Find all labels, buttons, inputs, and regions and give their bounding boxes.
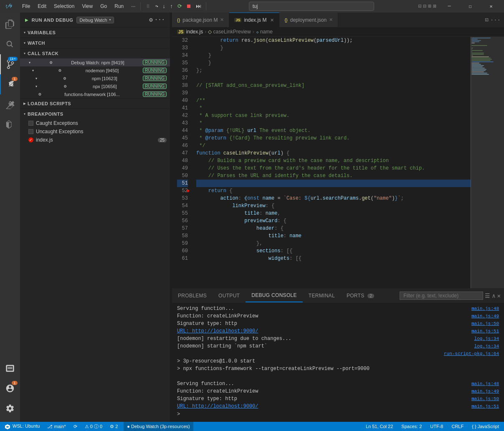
breakpoints-header[interactable]: ▾ BREAKPOINTS	[20, 109, 170, 119]
variables-header[interactable]: ▾ VARIABLES	[20, 28, 170, 38]
console-source-14[interactable]: main.js:51	[471, 404, 499, 409]
console-source-4[interactable]: main.js:51	[471, 329, 499, 334]
loaded-scripts-header[interactable]: ▶ LOADED SCRIPTS	[20, 99, 170, 109]
code-editor[interactable]: 32 33 34 35 36 37 38 39 40 41 42 43 44 4…	[172, 37, 504, 288]
activity-remote[interactable]	[0, 358, 20, 378]
status-spaces[interactable]: Spaces: 2	[400, 424, 423, 429]
debug-restart[interactable]: ⟳	[176, 2, 183, 10]
breadcrumb-var[interactable]: ⬦ name	[256, 29, 273, 35]
console-source-13[interactable]: main.js:50	[471, 396, 499, 401]
maximize-button[interactable]: ☐	[461, 0, 480, 13]
debug-step-into[interactable]: ↓	[161, 3, 167, 10]
menu-view[interactable]: View	[79, 2, 96, 11]
filter-list-icon[interactable]: ☰	[485, 292, 490, 299]
activity-account[interactable]: 1	[0, 378, 20, 398]
debug-console-filter[interactable]	[400, 292, 483, 300]
status-language[interactable]: { } JavaScript	[470, 424, 501, 429]
console-source-5[interactable]: log.js:34	[474, 336, 499, 341]
console-source-7[interactable]: run-script-pkg.js:64	[444, 351, 499, 356]
console-text-14[interactable]: URL: http://localhost:9000/	[177, 403, 258, 409]
console-source-3[interactable]: main.js:50	[471, 321, 499, 326]
split-editor-icon[interactable]: ⊡	[485, 16, 488, 23]
layout-btn-4[interactable]: ⊠	[433, 3, 436, 10]
watch-header[interactable]: ▾ WATCH	[20, 38, 170, 48]
tab-ports[interactable]: PORTS 2	[341, 289, 380, 302]
ports-badge: 2	[367, 294, 374, 298]
status-branch[interactable]: ⎇ main*	[46, 424, 67, 429]
tab-output[interactable]: OUTPUT	[213, 289, 246, 302]
breadcrumb-file[interactable]: JS index.js	[177, 29, 203, 35]
caught-checkbox[interactable]	[28, 121, 33, 126]
uncaught-checkbox[interactable]	[28, 129, 33, 134]
tab-package-json[interactable]: {} package.json M ✕	[172, 13, 229, 27]
tab-debug-console[interactable]: DEBUG CONSOLE	[246, 289, 303, 302]
tab-deployment[interactable]: {} deployment.json ✕	[279, 13, 338, 27]
breakpoint-caught[interactable]: Caught Exceptions	[20, 119, 170, 127]
menu-more[interactable]: ···	[128, 2, 139, 11]
breadcrumb-sep-1: ›	[205, 29, 206, 35]
activity-source-control[interactable]: 1k+	[0, 54, 20, 74]
callstack-item-nodemon[interactable]: ▾ ⚙ nodemon [9450] RUNNING	[20, 66, 170, 74]
activity-testing[interactable]	[0, 114, 20, 134]
add-config-icon[interactable]: ⚙	[149, 16, 152, 23]
breakpoint-uncaught[interactable]: Uncaught Exceptions	[20, 127, 170, 136]
minimize-button[interactable]: ─	[440, 0, 459, 13]
debug-step-out[interactable]: ↑	[169, 3, 175, 10]
more-tabs-icon[interactable]: ···	[490, 17, 501, 23]
console-output[interactable]: Serving function... main.js:48 Function:…	[172, 303, 504, 422]
status-errors[interactable]: ⚠ 0 ⓘ 0	[83, 423, 104, 430]
tab-close-package[interactable]: ✕	[220, 17, 224, 23]
tab-problems[interactable]: PROBLEMS	[172, 289, 213, 302]
breakpoint-index-js[interactable]: ✓ index.js 25	[20, 136, 170, 144]
console-input[interactable]	[183, 411, 496, 417]
activity-settings[interactable]	[0, 398, 20, 418]
console-source-2[interactable]: main.js:49	[471, 314, 499, 319]
tab-close-deployment[interactable]: ✕	[329, 17, 333, 23]
breadcrumb-function[interactable]: ◇ caseLinkPreview	[208, 29, 251, 35]
console-source-6[interactable]: log.js:34	[474, 344, 499, 349]
debug-disconnect[interactable]: ⏭	[195, 3, 203, 10]
console-text-4[interactable]: URL: http://localhost:9000/	[177, 328, 258, 334]
account-badge: 1	[12, 381, 18, 385]
debug-stop[interactable]: ⏹	[185, 3, 193, 10]
menu-file[interactable]: File	[19, 2, 33, 11]
tab-terminal[interactable]: TERMINAL	[303, 289, 341, 302]
menu-run[interactable]: Run	[111, 2, 127, 11]
tab-close-indexjs[interactable]: ✕	[270, 18, 274, 23]
close-panel-icon[interactable]: ✕	[497, 292, 501, 299]
collapse-panel-icon[interactable]: ∧	[492, 292, 495, 299]
tab-index-js[interactable]: JS index.js M ✕	[229, 13, 279, 27]
debug-continue[interactable]: ⏸	[144, 3, 152, 10]
callstack-item-npx[interactable]: ▾ ⚙ npx [10656] RUNNING	[20, 82, 170, 90]
status-encoding[interactable]: UTF-8	[428, 424, 445, 429]
watch-section: ▾ WATCH	[20, 38, 170, 48]
activity-run-debug[interactable]: 1	[0, 74, 20, 94]
console-source-12[interactable]: main.js:49	[471, 389, 499, 394]
debug-step-over[interactable]: ↷	[154, 2, 160, 10]
layout-btn-3[interactable]: ⊞	[428, 3, 431, 10]
menu-edit[interactable]: Edit	[34, 2, 50, 11]
layout-btn-1[interactable]: ⊡	[418, 3, 422, 10]
layout-btn-2[interactable]: ⊟	[423, 3, 427, 10]
activity-search[interactable]	[0, 34, 20, 54]
status-wsl[interactable]: WSL: Ubuntu	[3, 423, 41, 429]
activity-explorer[interactable]	[0, 14, 20, 34]
status-cursor[interactable]: Ln 51, Col 22	[364, 424, 395, 429]
menu-selection[interactable]: Selection	[51, 2, 78, 11]
callstack-item-debug-watch[interactable]: ▾ ⚙ Debug Watch: npm [9419] RUNNING	[20, 58, 170, 66]
more-actions-icon[interactable]: ···	[154, 16, 165, 23]
menu-go[interactable]: Go	[97, 2, 110, 11]
search-input[interactable]	[249, 2, 374, 11]
console-source-11[interactable]: main.js:48	[471, 381, 499, 386]
callstack-header[interactable]: ▾ CALL STACK	[20, 48, 170, 58]
activity-extensions[interactable]	[0, 94, 20, 114]
debug-session-name[interactable]: Debug Watch	[79, 18, 107, 23]
console-source-1[interactable]: main.js:48	[471, 306, 499, 311]
status-debug[interactable]: ● Debug Watch (3p-resources)	[124, 422, 193, 431]
callstack-item-functions[interactable]: ⚙ functions-framework [106... RUNNING	[20, 90, 170, 98]
close-button[interactable]: ✕	[481, 0, 501, 13]
status-workers[interactable]: ⚙ 2	[108, 424, 119, 429]
callstack-item-npm[interactable]: ▾ ⚙ npm [10623] RUNNING	[20, 74, 170, 82]
status-eol[interactable]: CRLF	[450, 424, 465, 429]
status-sync[interactable]: ⟳	[72, 424, 79, 429]
